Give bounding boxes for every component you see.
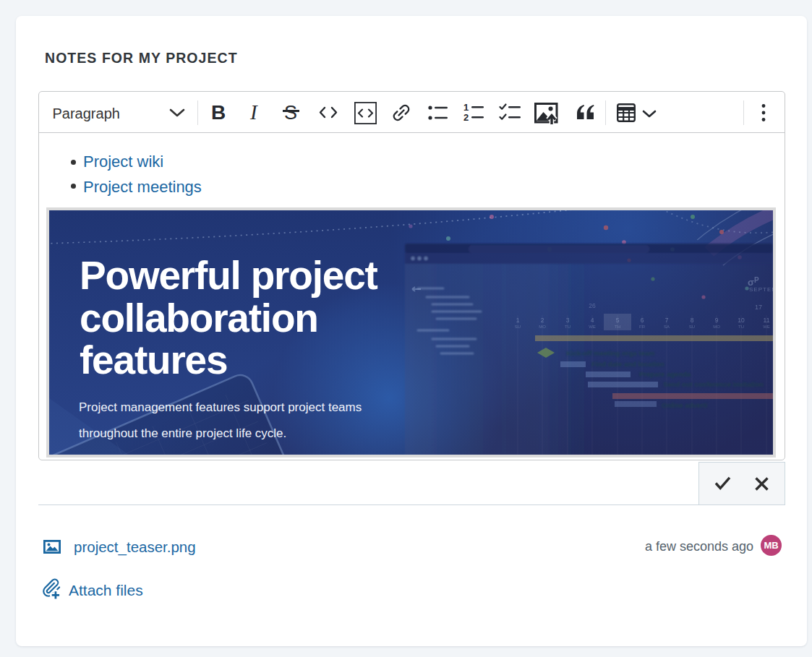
svg-text:features: features bbox=[80, 338, 227, 382]
svg-text:Kick-off meeting orga team: Kick-off meeting orga team bbox=[566, 349, 654, 357]
svg-text:Find date and location: Find date and location bbox=[591, 360, 664, 368]
svg-text:17: 17 bbox=[755, 304, 762, 311]
svg-text:σ: σ bbox=[748, 277, 754, 288]
svg-text:Project management features su: Project management features support proj… bbox=[79, 400, 362, 414]
svg-text:1: 1 bbox=[463, 103, 469, 113]
svg-text:26: 26 bbox=[589, 302, 596, 309]
svg-text:Online adverti: Online adverti bbox=[662, 401, 707, 409]
svg-text:2: 2 bbox=[463, 112, 469, 123]
svg-text:Powerful project: Powerful project bbox=[80, 253, 378, 298]
svg-text:Send out conference invitation: Send out conference invitation bbox=[663, 380, 764, 388]
svg-text:collaboration: collaboration bbox=[80, 296, 318, 340]
svg-text:Prepare agenda: Prepare agenda bbox=[639, 370, 691, 378]
svg-text:P: P bbox=[754, 276, 759, 284]
svg-text:throughout the entire project: throughout the entire project life cycle… bbox=[79, 426, 286, 440]
